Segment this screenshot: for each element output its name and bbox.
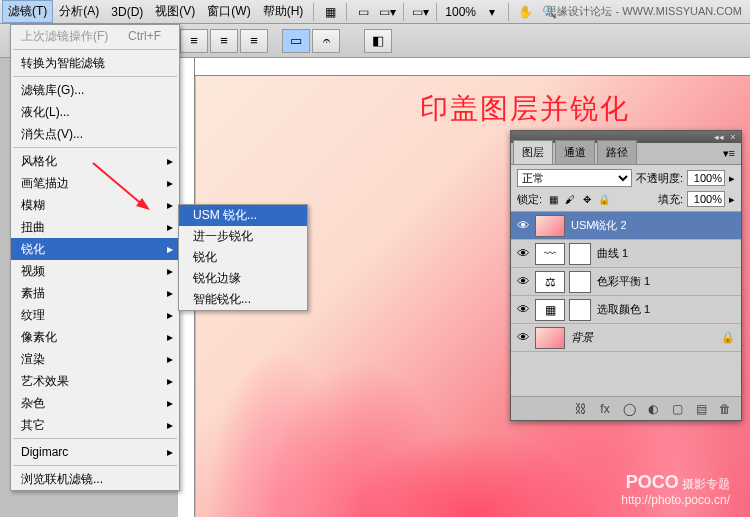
blend-mode-select[interactable]: 正常: [517, 169, 632, 187]
layer-mask[interactable]: [569, 271, 591, 293]
menu-analysis[interactable]: 分析(A): [53, 0, 105, 23]
menu-vanishing-point[interactable]: 消失点(V)...: [11, 123, 179, 145]
chevron-right-icon[interactable]: ▸: [729, 172, 735, 185]
menu-video[interactable]: 视频▸: [11, 260, 179, 282]
menu-stylize[interactable]: 风格化▸: [11, 150, 179, 172]
menu-browse-filters[interactable]: 浏览联机滤镜...: [11, 468, 179, 490]
menu-sketch[interactable]: 素描▸: [11, 282, 179, 304]
layer-mask[interactable]: [569, 243, 591, 265]
lock-all-icon[interactable]: 🔒: [597, 192, 611, 206]
submenu-sharpen-edges[interactable]: 锐化边缘: [179, 268, 307, 289]
lock-pixels-icon[interactable]: 🖌: [563, 192, 577, 206]
menu-help[interactable]: 帮助(H): [257, 0, 310, 23]
menu-render[interactable]: 渲染▸: [11, 348, 179, 370]
layer-row[interactable]: 👁 ⚖ 色彩平衡 1: [511, 268, 741, 296]
menu-filter-gallery[interactable]: 滤镜库(G)...: [11, 79, 179, 101]
menu-texture[interactable]: 纹理▸: [11, 304, 179, 326]
layer-name[interactable]: 色彩平衡 1: [597, 274, 650, 289]
menu-convert-smart[interactable]: 转换为智能滤镜: [11, 52, 179, 74]
submenu-smart-sharpen[interactable]: 智能锐化...: [179, 289, 307, 310]
visibility-icon[interactable]: 👁: [515, 218, 531, 233]
chevron-right-icon: ▸: [167, 242, 173, 256]
layer-mask-icon[interactable]: ◯: [621, 401, 637, 417]
menu-distort[interactable]: 扭曲▸: [11, 216, 179, 238]
layer-name[interactable]: 背景: [571, 330, 593, 345]
layer-thumbnail[interactable]: [535, 327, 565, 349]
menu-blur[interactable]: 模糊▸: [11, 194, 179, 216]
visibility-icon[interactable]: 👁: [515, 246, 531, 261]
submenu-sharpen-more[interactable]: 进一步锐化: [179, 226, 307, 247]
delete-layer-icon[interactable]: 🗑: [717, 401, 733, 417]
sharpen-submenu: USM 锐化... 进一步锐化 锐化 锐化边缘 智能锐化...: [178, 204, 308, 311]
option-active[interactable]: ▭: [282, 29, 310, 53]
menu-window[interactable]: 窗口(W): [201, 0, 256, 23]
arrange-icon[interactable]: ▭▾: [377, 3, 397, 21]
menu-liquefy[interactable]: 液化(L)...: [11, 101, 179, 123]
menu-sharpen[interactable]: 锐化▸: [11, 238, 179, 260]
menu-view[interactable]: 视图(V): [149, 0, 201, 23]
menu-artistic[interactable]: 艺术效果▸: [11, 370, 179, 392]
layer-thumbnail[interactable]: 〰: [535, 243, 565, 265]
opacity-input[interactable]: [687, 170, 725, 186]
submenu-usm-sharpen[interactable]: USM 锐化...: [179, 205, 307, 226]
menu-noise[interactable]: 杂色▸: [11, 392, 179, 414]
new-layer-icon[interactable]: ▤: [693, 401, 709, 417]
layer-name[interactable]: USM锐化 2: [571, 218, 627, 233]
panel-options: 正常 不透明度: ▸ 锁定: ▦ 🖌 ✥ 🔒 填充: ▸: [511, 165, 741, 212]
layer-style-icon[interactable]: fx: [597, 401, 613, 417]
panel-footer: ⛓ fx ◯ ◐ ▢ ▤ 🗑: [511, 396, 741, 420]
menu-3d[interactable]: 3D(D): [105, 2, 149, 22]
dropdown-icon[interactable]: ▾: [482, 3, 502, 21]
menu-last-filter[interactable]: 上次滤镜操作(F)Ctrl+F: [11, 25, 179, 47]
layer-row[interactable]: 👁 ▦ 选取颜色 1: [511, 296, 741, 324]
adjustment-layer-icon[interactable]: ◐: [645, 401, 661, 417]
option-person-icon[interactable]: 𝄐: [312, 29, 340, 53]
align-left-icon[interactable]: ≡: [180, 29, 208, 53]
chevron-right-icon[interactable]: ▸: [729, 193, 735, 206]
view-extras-icon[interactable]: ▭: [353, 3, 373, 21]
menu-other[interactable]: 其它▸: [11, 414, 179, 436]
layer-mask[interactable]: [569, 299, 591, 321]
bridge-icon[interactable]: ▦: [320, 3, 340, 21]
close-icon[interactable]: ×: [727, 132, 739, 142]
lock-position-icon[interactable]: ✥: [580, 192, 594, 206]
align-right-icon[interactable]: ≡: [240, 29, 268, 53]
option-3d-icon[interactable]: ◧: [364, 29, 392, 53]
tab-channels[interactable]: 通道: [555, 140, 595, 164]
collapse-icon[interactable]: ◂◂: [713, 132, 725, 142]
layer-thumbnail[interactable]: ⚖: [535, 271, 565, 293]
fill-label: 填充:: [658, 192, 683, 207]
menu-filter[interactable]: 滤镜(T): [2, 0, 53, 23]
chevron-right-icon: ▸: [167, 396, 173, 410]
screen-mode-icon[interactable]: ▭▾: [410, 3, 430, 21]
menu-digimarc[interactable]: Digimarc▸: [11, 441, 179, 463]
filter-dropdown: 上次滤镜操作(F)Ctrl+F 转换为智能滤镜 滤镜库(G)... 液化(L).…: [10, 24, 180, 491]
layer-row[interactable]: 👁 背景 🔒: [511, 324, 741, 352]
layer-group-icon[interactable]: ▢: [669, 401, 685, 417]
visibility-icon[interactable]: 👁: [515, 330, 531, 345]
tab-paths[interactable]: 路径: [597, 140, 637, 164]
layer-row[interactable]: 👁 〰 曲线 1: [511, 240, 741, 268]
align-center-icon[interactable]: ≡: [210, 29, 238, 53]
link-layers-icon[interactable]: ⛓: [573, 401, 589, 417]
layer-thumbnail[interactable]: ▦: [535, 299, 565, 321]
tab-layers[interactable]: 图层: [513, 140, 553, 164]
zoom-level[interactable]: 100%: [441, 5, 480, 19]
layer-thumbnail[interactable]: [535, 215, 565, 237]
submenu-sharpen[interactable]: 锐化: [179, 247, 307, 268]
menu-brush-strokes[interactable]: 画笔描边▸: [11, 172, 179, 194]
visibility-icon[interactable]: 👁: [515, 302, 531, 317]
chevron-right-icon: ▸: [167, 308, 173, 322]
lock-transparency-icon[interactable]: ▦: [546, 192, 560, 206]
panel-menu-icon[interactable]: ▾≡: [717, 143, 741, 164]
layer-name[interactable]: 曲线 1: [597, 246, 628, 261]
menu-pixelate[interactable]: 像素化▸: [11, 326, 179, 348]
visibility-icon[interactable]: 👁: [515, 274, 531, 289]
fill-input[interactable]: [687, 191, 725, 207]
layer-name[interactable]: 选取颜色 1: [597, 302, 650, 317]
separator: [436, 3, 437, 21]
watermark-bottom: POCO 摄影专题 http://photo.poco.cn/: [621, 472, 730, 507]
layer-row[interactable]: 👁 USM锐化 2: [511, 212, 741, 240]
hand-icon[interactable]: ✋: [515, 3, 535, 21]
annotation-title: 印盖图层并锐化: [420, 90, 630, 128]
